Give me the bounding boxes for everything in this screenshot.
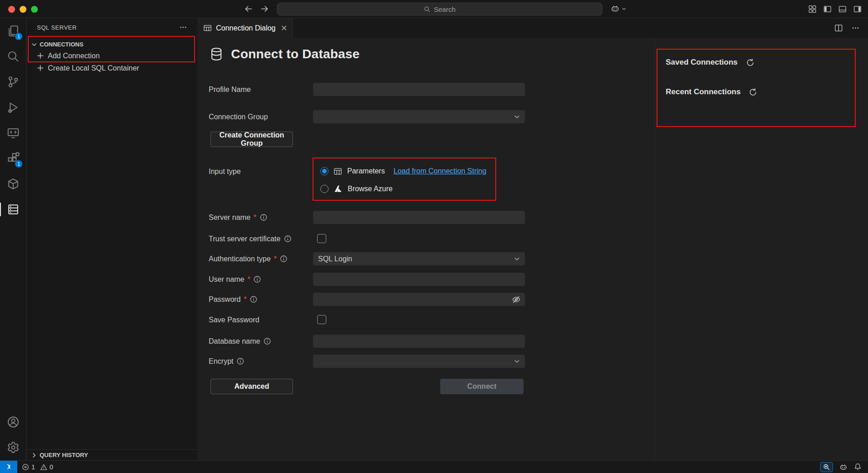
search-icon — [7, 50, 20, 63]
info-icon[interactable] — [284, 235, 292, 243]
connection-dialog-tab-icon — [203, 24, 212, 32]
customize-layout-button[interactable] — [808, 5, 817, 13]
titlebar: Search — [0, 0, 868, 18]
warning-count: 0 — [50, 463, 53, 471]
activity-remote-explorer[interactable] — [0, 120, 26, 146]
save-password-checkbox[interactable] — [317, 315, 326, 324]
input-type-browse-azure-option: Browse Azure — [320, 184, 393, 194]
query-history-label: QUERY HISTORY — [40, 452, 88, 458]
info-icon[interactable] — [260, 214, 267, 221]
saved-connections-title: Saved Connections — [666, 58, 738, 67]
copilot-icon — [611, 4, 620, 13]
sidebar-header: SQL SERVER — [27, 18, 197, 36]
activity-settings[interactable] — [0, 435, 26, 460]
create-connection-group-button[interactable]: Create Connection Group — [211, 132, 293, 147]
trust-server-certificate-checkbox[interactable] — [317, 234, 326, 243]
info-icon[interactable] — [263, 337, 271, 345]
copilot-button[interactable] — [611, 4, 627, 13]
authentication-type-select[interactable]: SQL Login — [313, 252, 525, 265]
activity-run-debug[interactable] — [0, 95, 26, 120]
refresh-icon[interactable] — [746, 58, 755, 67]
encrypt-select[interactable] — [313, 355, 525, 368]
connection-group-select[interactable] — [313, 110, 525, 123]
forward-button[interactable] — [260, 5, 269, 13]
activity-explorer[interactable]: 1 — [0, 18, 26, 44]
notifications-bell-icon[interactable] — [854, 463, 862, 471]
tab-connection-dialog[interactable]: Connection Dialog — [197, 18, 293, 38]
more-actions-icon[interactable] — [851, 24, 860, 32]
server-name-label: Server name* — [209, 211, 267, 224]
tab-actions — [834, 18, 868, 38]
problems-status[interactable]: 1 0 — [17, 463, 53, 471]
tab-label: Connection Dialog — [216, 24, 276, 32]
sidebar-sql-server: SQL SERVER CONNECTIONS Add Connection Cr… — [27, 18, 197, 460]
recent-connections-section: Recent Connections — [666, 87, 757, 97]
connect-button[interactable]: Connect — [440, 379, 524, 394]
password-input[interactable] — [313, 293, 525, 306]
profile-name-input[interactable] — [313, 83, 525, 96]
vscode-window: Search 1 1 — [0, 0, 868, 473]
status-bar-right — [820, 462, 868, 472]
chevron-down-icon — [514, 113, 520, 120]
container-cube-icon — [7, 178, 20, 190]
sql-server-icon — [7, 203, 20, 216]
server-name-input[interactable] — [313, 211, 525, 224]
browse-azure-label: Browse Azure — [348, 185, 393, 193]
back-button[interactable] — [244, 5, 253, 13]
layout-controls — [808, 5, 862, 13]
connection-dialog-content: Connect to Database Profile Name Connect… — [197, 38, 868, 460]
toggle-primary-sidebar-button[interactable] — [823, 5, 832, 13]
info-icon[interactable] — [280, 255, 288, 263]
user-name-label: User name* — [209, 273, 261, 286]
plus-icon — [36, 64, 44, 72]
info-icon[interactable] — [250, 295, 257, 303]
activity-extensions[interactable]: 1 — [0, 146, 26, 171]
maximize-window-button[interactable] — [31, 6, 38, 13]
chevron-down-icon — [621, 6, 627, 11]
more-actions-icon[interactable] — [179, 23, 187, 31]
page-title: Connect to Database — [231, 47, 360, 61]
toggle-secondary-sidebar-button[interactable] — [853, 5, 862, 13]
activity-containers[interactable] — [0, 171, 26, 197]
load-from-connection-string-link[interactable]: Load from Connection String — [394, 167, 487, 175]
activity-search[interactable] — [0, 44, 26, 69]
tab-bar: Connection Dialog — [197, 18, 868, 38]
search-bar[interactable]: Search — [277, 3, 602, 15]
toggle-password-visibility-icon[interactable] — [512, 295, 521, 304]
sidebar-item-add-connection[interactable]: Add Connection — [27, 50, 197, 62]
database-name-input[interactable] — [313, 335, 525, 348]
user-name-input[interactable] — [313, 273, 525, 286]
connections-section-header[interactable]: CONNECTIONS — [27, 38, 197, 51]
database-icon — [209, 47, 224, 61]
zoom-status-item[interactable] — [820, 462, 833, 472]
chevron-down-icon — [31, 41, 38, 48]
plus-icon — [36, 52, 44, 60]
close-window-button[interactable] — [8, 6, 15, 13]
advanced-button[interactable]: Advanced — [211, 379, 293, 394]
activity-sql-server[interactable] — [0, 197, 26, 222]
remote-explorer-icon — [7, 127, 20, 139]
window-controls — [8, 6, 38, 13]
error-count: 1 — [31, 463, 35, 471]
refresh-icon[interactable] — [749, 88, 757, 97]
info-icon[interactable] — [253, 275, 261, 283]
copilot-status-icon[interactable] — [839, 463, 847, 471]
toggle-panel-button[interactable] — [838, 5, 847, 13]
history-nav — [244, 5, 269, 13]
minimize-window-button[interactable] — [20, 6, 26, 13]
remote-indicator[interactable] — [0, 461, 17, 473]
parameters-icon — [334, 167, 342, 176]
browse-azure-radio[interactable] — [320, 185, 329, 193]
activity-bar: 1 1 — [0, 18, 26, 460]
parameters-radio[interactable] — [320, 167, 329, 175]
zoom-in-icon — [823, 463, 830, 471]
password-label: Password* — [209, 293, 257, 306]
split-editor-icon[interactable] — [834, 24, 843, 32]
saved-connections-section: Saved Connections — [666, 58, 755, 67]
sidebar-item-create-local-sql-container[interactable]: Create Local SQL Container — [27, 62, 197, 74]
info-icon[interactable] — [236, 357, 244, 365]
query-history-section-header[interactable]: QUERY HISTORY — [27, 449, 197, 460]
activity-source-control[interactable] — [0, 69, 26, 95]
activity-accounts[interactable] — [0, 409, 26, 435]
close-icon[interactable] — [280, 24, 288, 32]
